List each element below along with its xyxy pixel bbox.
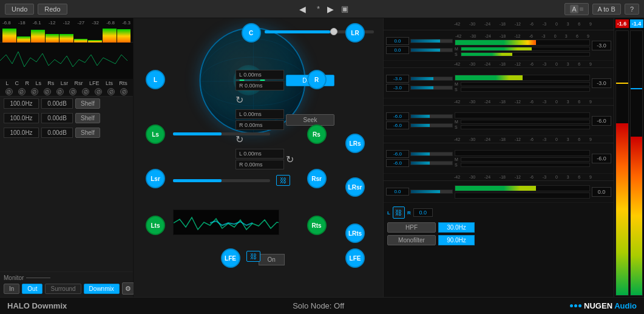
node-rsr[interactable]: Rsr	[307, 169, 327, 188]
lfe-on-area: On	[259, 254, 285, 265]
phase-lts[interactable]: ∅	[107, 88, 115, 95]
lr-value[interactable]	[413, 208, 433, 217]
shelf-freq-1[interactable]	[4, 98, 39, 109]
monitor-top-row: Monitor	[4, 275, 134, 281]
fader-track-3-l[interactable]	[410, 114, 453, 118]
shelf-gain-1[interactable]	[41, 98, 73, 109]
node-lts[interactable]: Lts	[146, 216, 165, 235]
scale-0: 0	[555, 22, 558, 26]
delay-inputs-3: L 0.00ms R 0.00ms	[236, 149, 284, 169]
peak-l-box: -1.6	[615, 19, 629, 28]
db-label-3: -6.1	[33, 20, 41, 26]
meter-s-3	[461, 125, 590, 129]
center-dot: *	[317, 4, 320, 13]
node-lrts[interactable]: LRts	[345, 224, 365, 243]
phase-lfe[interactable]: ∅	[95, 88, 102, 95]
node-lsr[interactable]: Lsr	[146, 169, 165, 188]
loop-icon-1[interactable]: ↻	[236, 94, 334, 106]
phase-l[interactable]: ∅	[5, 88, 13, 95]
meter-ms-3	[461, 120, 590, 124]
monitor-in-btn[interactable]: In	[4, 284, 19, 294]
settings-gear[interactable]: ⚙	[122, 282, 134, 295]
ab-to-b-button[interactable]: A to B	[592, 4, 621, 15]
prev-arrow[interactable]: ◀	[296, 4, 310, 14]
lfe-link-icon[interactable]: ⛓	[246, 251, 260, 262]
fader-fill-2-l	[411, 77, 433, 80]
scale-m24: -24	[484, 22, 490, 26]
fader-track-1-l[interactable]	[410, 39, 453, 43]
fader-track-2-r[interactable]	[410, 86, 453, 90]
monitor-out-btn[interactable]: Out	[22, 284, 42, 294]
undo-button[interactable]: Undo	[5, 4, 34, 15]
phase-rts[interactable]: ∅	[120, 88, 127, 95]
ab-selector[interactable]: A	[564, 3, 588, 15]
monitor-downmix-btn[interactable]: Downmix	[84, 284, 120, 294]
phase-ls[interactable]: ∅	[44, 88, 51, 95]
redo-button[interactable]: Redo	[38, 4, 67, 15]
node-r[interactable]: R	[307, 70, 327, 89]
fader-track-4-l[interactable]	[410, 152, 453, 156]
fader-val-3-l: -6.0	[386, 112, 409, 120]
phase-lsr[interactable]: ∅	[69, 88, 76, 95]
play-icon[interactable]: ▶	[327, 4, 334, 14]
shelf-btn-3[interactable]: Shelf	[75, 128, 100, 138]
fader-fill-4-l	[411, 152, 430, 155]
lfe-on-btn[interactable]: On	[259, 254, 285, 265]
lsr-link-icon[interactable]: ⛓	[276, 175, 290, 186]
fader-track-3-r[interactable]	[410, 123, 453, 128]
node-lrs[interactable]: LRs	[345, 134, 365, 153]
fader-track-1-r[interactable]	[410, 48, 453, 52]
master-peak-line-l	[616, 83, 628, 84]
help-button[interactable]: ?	[625, 4, 639, 15]
node-c-top[interactable]: C	[242, 23, 261, 43]
node-lrsr[interactable]: LRsr	[345, 177, 365, 197]
fader-track-4-r[interactable]	[410, 161, 453, 165]
loop-icon-3[interactable]: ↻	[286, 154, 294, 165]
meter-row-4: -6.0 -6.0	[384, 143, 614, 174]
meter-scale-row: -42 -30 -24 -18 -12 -6 -3 0 3 6 9	[384, 18, 614, 30]
peak-col-1: -3.0	[592, 41, 611, 50]
master-meter-area: +9 +6 +3 0 -3 -6 -12 -18 -24 -30	[614, 29, 644, 297]
fader-track-5[interactable]	[410, 189, 453, 194]
monitor-surround-btn[interactable]: Surround	[45, 284, 81, 294]
node-rs[interactable]: Rs	[307, 125, 327, 144]
node-rts[interactable]: Rts	[307, 216, 327, 235]
phase-rs[interactable]: ∅	[56, 88, 64, 95]
shelf-gain-2[interactable]	[41, 113, 73, 123]
ch-lsr: Lsr	[61, 80, 69, 86]
node-lr[interactable]: LR	[345, 23, 365, 43]
spectrum-bars	[1, 26, 132, 43]
monofilter-btn[interactable]: Monofilter	[387, 235, 436, 245]
node-lfe[interactable]: LFE	[221, 248, 240, 268]
shelf-freq-3[interactable]	[4, 128, 39, 138]
delay-btns-3: ↻	[286, 154, 294, 165]
c-slider-thumb	[330, 28, 337, 35]
meter-ms-fill-1	[461, 47, 532, 50]
r-delay-1: R 0.00ms	[236, 81, 284, 90]
svg-rect-5	[174, 210, 279, 235]
hpf-btn[interactable]: HPF	[387, 222, 436, 233]
meter-s-1	[461, 52, 590, 56]
shelf-gain-3[interactable]	[41, 128, 73, 138]
node-lfe-right[interactable]: LFE	[345, 248, 365, 268]
monitor-btn-row: In Out Surround Downmix ⚙	[4, 282, 134, 295]
lr-link-icon[interactable]: ⛓	[393, 206, 405, 219]
shelf-freq-2[interactable]	[4, 113, 39, 123]
node-ls[interactable]: Ls	[146, 125, 165, 144]
lsr-slider[interactable]	[173, 179, 270, 182]
phase-c[interactable]: ∅	[18, 88, 25, 95]
fader-val-3-r: -6.0	[386, 121, 409, 129]
seek-btn[interactable]: Seek	[286, 114, 334, 126]
node-l[interactable]: L	[146, 70, 165, 89]
shelf-btn-2[interactable]: Shelf	[75, 113, 100, 123]
hpf-freq[interactable]: 30.0Hz	[438, 222, 475, 233]
meter-bars-2: M S	[455, 75, 590, 92]
phase-r[interactable]: ∅	[31, 88, 38, 95]
record-icon[interactable]: ▣	[341, 4, 348, 13]
fader-track-2-l[interactable]	[410, 77, 453, 81]
shelf-btn-1[interactable]: Shelf	[75, 98, 100, 109]
phase-rsr[interactable]: ∅	[82, 88, 89, 95]
fader-val-1-r: 0.0	[386, 46, 409, 54]
monofilter-freq[interactable]: 90.0Hz	[438, 235, 475, 245]
master-bar-r	[630, 30, 643, 296]
